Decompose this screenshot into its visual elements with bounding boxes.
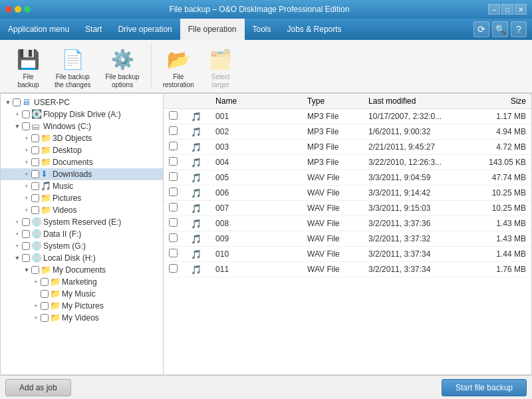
row-checkbox[interactable] — [169, 203, 178, 211]
file-backup-changes-button[interactable]: 📄 File backupthe changes — [49, 45, 97, 92]
tree-item-documents[interactable]: + 📁 Documents — [1, 156, 163, 168]
expander-music[interactable]: + — [22, 182, 31, 191]
table-row[interactable]: 🎵 011 WAV File 3/2/2011, 3:37:34 1.76 MB — [164, 262, 531, 277]
expander-local-disk-h[interactable]: ▼ — [13, 253, 22, 263]
tree-item-music[interactable]: + 🎵 Music — [1, 180, 163, 192]
col-header-checkbox[interactable] — [164, 94, 186, 109]
tree-item-system-g[interactable]: + 💿 System (G:) — [1, 240, 163, 252]
checkbox-floppy[interactable] — [22, 110, 30, 118]
row-checkbox[interactable] — [169, 126, 178, 135]
help-button[interactable]: ? — [511, 21, 527, 37]
row-checkbox[interactable] — [169, 172, 178, 181]
file-restoration-button[interactable]: 📂 Filerestoration — [157, 45, 200, 92]
expander-system-reserved[interactable]: + — [13, 217, 22, 227]
checkbox-user-pc[interactable] — [13, 98, 21, 106]
table-row[interactable]: 🎵 009 WAV File 3/2/2011, 3:37:32 1.43 MB — [164, 231, 531, 247]
expander-my-pictures[interactable]: + — [31, 301, 41, 311]
tree-item-system-reserved[interactable]: + 💿 System Reserved (E:) — [1, 216, 163, 228]
file-backup-button[interactable]: 💾 Filebackup — [11, 45, 46, 92]
expander-my-documents[interactable]: ▼ — [22, 265, 31, 275]
close-button[interactable]: ✕ — [515, 4, 527, 15]
row-checkbox[interactable] — [169, 142, 178, 150]
checkbox-music[interactable] — [31, 182, 39, 190]
tree-item-my-music[interactable]: 📁 My Music — [1, 288, 163, 300]
start-file-backup-button[interactable]: Start file backup — [442, 379, 527, 396]
checkbox-system-g[interactable] — [22, 242, 30, 250]
menu-file-operation[interactable]: File operation — [180, 19, 245, 40]
expander-videos[interactable]: + — [22, 205, 31, 215]
checkbox-marketing[interactable] — [41, 278, 49, 286]
table-row[interactable]: 🎵 007 WAV File 3/3/2011, 9:15:03 10.25 M… — [164, 201, 531, 216]
tree-item-downloads[interactable]: + ⬇ Downloads — [1, 168, 163, 180]
expander-downloads[interactable]: + — [22, 170, 31, 179]
checkbox-windows-c[interactable] — [22, 122, 30, 130]
tree-item-my-videos[interactable]: + 📁 My Videos — [1, 312, 163, 324]
table-row[interactable]: 🎵 002 MP3 File 1/6/2011, 9:00:32 4.94 MB — [164, 124, 531, 140]
tree-item-videos[interactable]: + 📁 Videos — [1, 204, 163, 216]
checkbox-3d-objects[interactable] — [31, 134, 39, 142]
menu-tools[interactable]: Tools — [245, 19, 279, 40]
expander-my-videos[interactable]: + — [31, 313, 41, 323]
checkbox-my-pictures[interactable] — [41, 302, 49, 310]
tree-item-3d-objects[interactable]: + 📁 3D Objects — [1, 132, 163, 144]
table-row[interactable]: 🎵 006 WAV File 3/3/2011, 9:14:42 10.25 M… — [164, 186, 531, 201]
menu-jobs-reports[interactable]: Jobs & Reports — [279, 19, 350, 40]
expander-my-music[interactable] — [31, 289, 41, 299]
expander-documents[interactable]: + — [22, 158, 31, 167]
tree-item-windows-c[interactable]: ▼ 🖴 Windows (C:) — [1, 120, 163, 132]
col-header-icon[interactable] — [186, 94, 210, 109]
table-row[interactable]: 🎵 008 WAV File 3/2/2011, 3:37:36 1.43 MB — [164, 216, 531, 231]
refresh-button[interactable]: ⟳ — [473, 21, 489, 37]
expander-system-g[interactable]: + — [13, 241, 22, 251]
checkbox-my-music[interactable] — [41, 290, 49, 298]
tree-item-floppy[interactable]: + 💽 Floppy Disk Drive (A:) — [1, 108, 163, 120]
row-checkbox[interactable] — [169, 188, 178, 196]
expander-marketing[interactable]: + — [31, 277, 41, 287]
col-header-size[interactable]: Size — [470, 94, 531, 109]
checkbox-desktop[interactable] — [31, 146, 39, 154]
row-checkbox[interactable] — [169, 111, 178, 120]
expander-3d-objects[interactable]: + — [22, 134, 31, 143]
row-checkbox[interactable] — [169, 233, 178, 242]
menu-drive-operation[interactable]: Drive operation — [110, 19, 180, 40]
table-row[interactable]: 🎵 010 WAV File 3/2/2011, 3:37:34 1.44 MB — [164, 247, 531, 262]
tree-item-my-documents[interactable]: ▼ 📁 My Documents — [1, 264, 163, 276]
menu-start[interactable]: Start — [77, 19, 110, 40]
tree-item-data-ii[interactable]: + 💿 Data II (F:) — [1, 228, 163, 240]
table-row[interactable]: 🎵 003 MP3 File 2/21/2011, 9:45:27 4.72 M… — [164, 140, 531, 155]
row-checkbox[interactable] — [169, 264, 178, 273]
tree-item-marketing[interactable]: + 📁 Marketing — [1, 276, 163, 288]
expander-desktop[interactable]: + — [22, 146, 31, 155]
checkbox-local-disk-h[interactable] — [22, 254, 30, 262]
tree-item-desktop[interactable]: + 📁 Desktop — [1, 144, 163, 156]
menu-application[interactable]: Application menu — [0, 19, 77, 40]
checkbox-pictures[interactable] — [31, 194, 39, 202]
select-target-button[interactable]: 🗂️ Selecttarget — [203, 45, 238, 92]
row-checkbox[interactable] — [169, 218, 178, 227]
checkbox-my-videos[interactable] — [41, 314, 49, 322]
expander-data-ii[interactable]: + — [13, 229, 22, 239]
table-row[interactable]: 🎵 004 MP3 File 3/22/2010, 12:26:3... 143… — [164, 155, 531, 170]
file-backup-options-button[interactable]: ⚙️ File backupoptions — [100, 45, 146, 92]
expander-pictures[interactable]: + — [22, 194, 31, 203]
expander-user-pc[interactable]: ▼ — [3, 98, 13, 107]
checkbox-my-documents[interactable] — [31, 266, 39, 274]
row-checkbox[interactable] — [169, 249, 178, 257]
table-row[interactable]: 🎵 001 MP3 File 10/17/2007, 2:32:0... 1.1… — [164, 109, 531, 124]
row-checkbox[interactable] — [169, 157, 178, 166]
search-button[interactable]: 🔍 — [492, 21, 508, 37]
expander-windows-c[interactable]: ▼ — [13, 122, 22, 131]
tree-item-local-disk-h[interactable]: ▼ 💿 Local Disk (H:) — [1, 252, 163, 264]
tree-item-user-pc[interactable]: ▼ 🖥 USER-PC — [1, 96, 163, 108]
table-row[interactable]: 🎵 005 WAV File 3/3/2011, 9:04:59 47.74 M… — [164, 170, 531, 186]
add-as-job-button[interactable]: Add as job — [5, 379, 71, 396]
expander-floppy[interactable]: + — [13, 110, 22, 119]
checkbox-videos[interactable] — [31, 206, 39, 214]
checkbox-system-reserved[interactable] — [22, 218, 30, 226]
col-header-modified[interactable]: Last modified — [363, 94, 470, 109]
tree-item-my-pictures[interactable]: + 📁 My Pictures — [1, 300, 163, 312]
checkbox-documents[interactable] — [31, 158, 39, 166]
tree-item-pictures[interactable]: + 📁 Pictures — [1, 192, 163, 204]
minimize-button[interactable]: – — [488, 4, 500, 15]
maximize-button[interactable]: □ — [501, 4, 513, 15]
